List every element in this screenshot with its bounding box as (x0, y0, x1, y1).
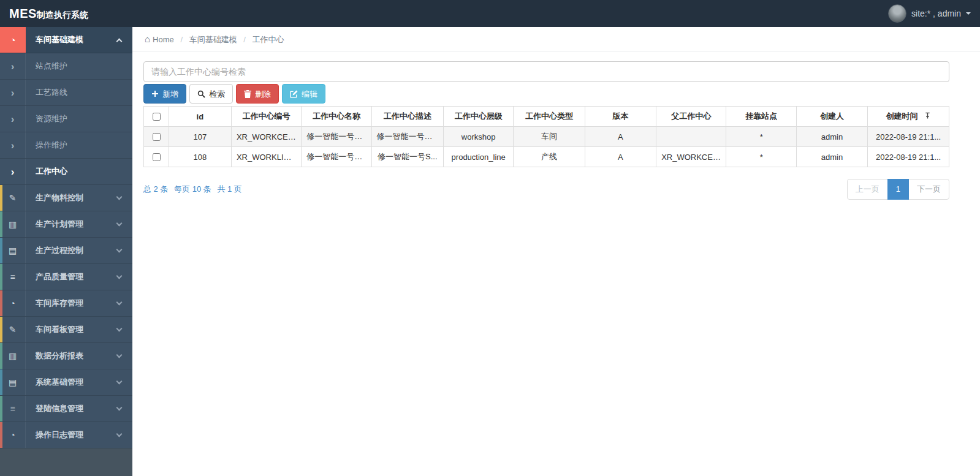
pin-icon[interactable] (924, 112, 931, 119)
workcenter-table: id工作中心编号工作中心名称工作中心描述工作中心层级工作中心类型版本父工作中心挂… (143, 106, 949, 167)
edit-icon (290, 90, 298, 98)
pagination-summary: 总 2 条 每页 10 条 共 1 页 (143, 184, 246, 195)
delete-button[interactable]: 删除 (236, 84, 279, 104)
column-header-创建时间[interactable]: 创建时间 (868, 107, 949, 127)
sidebar-item-操作日志管理[interactable]: ◔ 操作日志管理 (0, 422, 132, 448)
search-input[interactable] (143, 61, 949, 82)
trash-icon (244, 90, 251, 98)
breadcrumb-home[interactable]: ⌂Home (145, 35, 174, 44)
color-strip (0, 264, 2, 290)
pagination-controls: 上一页 1 下一页 (848, 179, 949, 200)
column-header-创建人[interactable]: 创建人 (796, 107, 867, 127)
book-icon: ▤ (9, 246, 17, 255)
sidebar-item-label: 站点维护 (26, 61, 132, 72)
breadcrumb-current: 工作中心 (253, 35, 284, 44)
sidebar-item-工艺路线[interactable]: › 工艺路线 (0, 80, 132, 106)
gauge-icon: ◔ (10, 299, 15, 308)
chevron-down-icon (116, 273, 123, 279)
table-row: 107XR_WORKCEN...修一智能一号车间修一智能一号车间workshop… (144, 127, 949, 147)
table-cell: 修一智能一号车间 (371, 127, 443, 147)
select-all-checkbox[interactable] (153, 113, 161, 121)
page-1-button[interactable]: 1 (887, 179, 909, 200)
chevron-down-icon (116, 379, 123, 385)
sidebar-item-产品质量管理[interactable]: ≡ 产品质量管理 (0, 264, 132, 290)
table-cell: XR_WORKCEN... (656, 147, 726, 167)
pencil-icon: ✎ (9, 325, 17, 334)
table-cell: 2022-08-19 21:1... (868, 147, 949, 167)
column-header-父工作中心[interactable]: 父工作中心 (656, 107, 726, 127)
breadcrumb: ⌂Home / 车间基础建模 / 工作中心 (132, 27, 980, 51)
search-button[interactable]: 检索 (189, 84, 233, 104)
breadcrumb-separator: / (180, 35, 183, 44)
table-cell: A (585, 127, 656, 147)
add-button[interactable]: 新增 (143, 84, 186, 104)
table-cell: admin (796, 147, 867, 167)
color-strip (0, 343, 2, 369)
table-cell: 修一智能一号S... (302, 147, 371, 167)
sidebar-item-label: 资源维护 (26, 113, 132, 124)
sidebar-item-车间库存管理[interactable]: ◔ 车间库存管理 (0, 290, 132, 317)
sidebar-item-label: 登陆信息管理 (26, 403, 117, 414)
row-checkbox-cell (144, 127, 169, 147)
user-label: site:* , admin (911, 9, 961, 18)
user-menu[interactable]: site:* , admin (888, 4, 971, 23)
column-header-工作中心类型[interactable]: 工作中心类型 (514, 107, 585, 127)
sidebar-item-数据分析报表[interactable]: ▥ 数据分析报表 (0, 343, 132, 369)
add-button-label: 新增 (162, 90, 178, 98)
color-strip (0, 369, 2, 395)
sidebar-item-label: 车间基础建模 (26, 34, 117, 45)
breadcrumb-level1[interactable]: 车间基础建模 (189, 35, 237, 44)
column-header-挂靠站点[interactable]: 挂靠站点 (726, 107, 796, 127)
table-cell (656, 127, 726, 147)
prev-page-button[interactable]: 上一页 (847, 179, 888, 200)
table-cell: 修一智能一号车间 (302, 127, 371, 147)
table-cell: 108 (169, 147, 231, 167)
color-strip (0, 211, 2, 237)
sidebar-item-车间基础建模[interactable]: ◔ 车间基础建模 (0, 27, 132, 53)
chevron-down-icon (116, 352, 123, 358)
column-header-工作中心层级[interactable]: 工作中心层级 (444, 107, 514, 127)
table-row: 108XR_WORKLINE...修一智能一号S...修一智能一号S...pro… (144, 147, 949, 167)
search-button-label: 检索 (209, 90, 225, 98)
user-avatar (888, 4, 906, 23)
next-page-button[interactable]: 下一页 (908, 179, 949, 200)
main-area: ⌂Home / 车间基础建模 / 工作中心 新增 检索 删除 (132, 27, 980, 476)
row-checkbox[interactable] (153, 133, 161, 141)
column-header-工作中心描述[interactable]: 工作中心描述 (371, 107, 443, 127)
column-header-版本[interactable]: 版本 (585, 107, 656, 127)
chevron-right-icon: › (11, 167, 15, 177)
column-header-工作中心编号[interactable]: 工作中心编号 (231, 107, 301, 127)
sidebar-item-生产物料控制[interactable]: ✎ 生产物料控制 (0, 185, 132, 211)
sidebar-item-label: 生产计划管理 (26, 219, 117, 230)
sidebar-item-系统基础管理[interactable]: ▤ 系统基础管理 (0, 369, 132, 396)
table-cell: XR_WORKCEN... (231, 127, 301, 147)
edit-button[interactable]: 编辑 (282, 84, 325, 104)
sidebar-item-车间看板管理[interactable]: ✎ 车间看板管理 (0, 317, 132, 343)
row-checkbox-cell (144, 147, 169, 167)
sidebar-item-label: 产品质量管理 (26, 271, 117, 282)
sidebar-item-操作维护[interactable]: › 操作维护 (0, 132, 132, 159)
pencil-icon: ✎ (9, 194, 17, 202)
delete-button-label: 删除 (255, 90, 271, 98)
sidebar-item-label: 生产物料控制 (26, 192, 117, 203)
row-checkbox[interactable] (153, 153, 161, 161)
chevron-right-icon: › (11, 140, 15, 151)
search-icon (197, 90, 205, 98)
table-cell: * (726, 147, 796, 167)
sidebar-item-工作中心[interactable]: › 工作中心 (0, 159, 132, 185)
chevron-right-icon: › (11, 114, 15, 124)
page-size-dropdown[interactable]: 每页 10 条 (174, 184, 211, 194)
column-header-id[interactable]: id (169, 107, 231, 127)
gauge-icon: ◔ (10, 431, 15, 439)
breadcrumb-home-label: Home (153, 35, 174, 44)
sidebar-item-资源维护[interactable]: › 资源维护 (0, 106, 132, 132)
column-header-工作中心名称[interactable]: 工作中心名称 (302, 107, 371, 127)
color-strip (0, 290, 2, 316)
sidebar-item-站点维护[interactable]: › 站点维护 (0, 53, 132, 80)
topbar: MES制造执行系统 site:* , admin (0, 0, 980, 27)
sidebar-item-登陆信息管理[interactable]: ≡ 登陆信息管理 (0, 396, 132, 422)
color-strip (0, 422, 2, 448)
sidebar-item-生产计划管理[interactable]: ▥ 生产计划管理 (0, 211, 132, 238)
book-icon: ▤ (9, 378, 17, 387)
sidebar-item-生产过程控制[interactable]: ▤ 生产过程控制 (0, 238, 132, 264)
